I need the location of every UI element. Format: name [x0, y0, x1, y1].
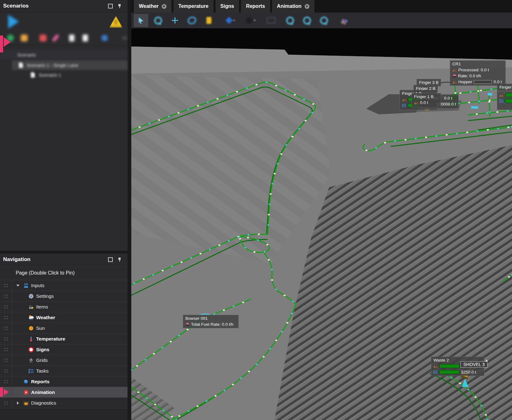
drag-dots-icon [4, 359, 8, 362]
crusher-title: CR1 [452, 61, 503, 67]
drag-dots-icon [4, 305, 8, 308]
zoom-in-icon[interactable] [283, 14, 297, 27]
finger-right-info [497, 91, 512, 110]
nav-item-tasks[interactable]: Tasks [0, 366, 128, 376]
navigation-panel-header: Navigation [0, 254, 128, 266]
drag-handle[interactable] [0, 323, 12, 333]
open-scenario-icon[interactable] [21, 35, 28, 41]
display-options-icon[interactable] [336, 14, 351, 27]
crusher-info-label: CR1 Processed: 0.0 t Rate: 0.0 t/h Hoppe… [450, 60, 506, 86]
warning-icon [109, 16, 123, 28]
pin-panel-button[interactable] [115, 256, 124, 263]
zoom-extents-icon[interactable] [317, 14, 331, 27]
gauge-icon [452, 74, 456, 78]
drag-handle[interactable] [0, 302, 12, 312]
finger1b-front-label: Finger 1 B 0.0 t [411, 93, 441, 107]
delete-scenario-icon[interactable] [40, 35, 46, 41]
drag-handle[interactable] [0, 334, 12, 344]
zoom-region-icon[interactable] [151, 14, 165, 27]
run-scenario-button[interactable] [8, 15, 19, 29]
finger-right-label: Finger [497, 84, 512, 91]
nav-item-temperature[interactable]: Temperature [0, 334, 128, 344]
nav-item-settings[interactable]: Settings [0, 291, 128, 302]
inputs-icon [23, 282, 29, 289]
drag-handle[interactable] [0, 376, 12, 387]
nav-page-row[interactable]: Page (Double Click to Pin) [0, 266, 128, 280]
nav-item-diagnostics[interactable]: Diagnostics [0, 398, 128, 408]
3d-viewport[interactable]: CR1 Processed: 0.0 t Rate: 0.0 t/h Hoppe… [131, 28, 512, 420]
fill-bar [505, 99, 512, 103]
pile-icon [499, 94, 504, 97]
drag-handle[interactable] [0, 355, 12, 365]
nav-item-sun[interactable]: Sun [0, 323, 128, 334]
selection-rect-icon[interactable] [264, 14, 278, 27]
pin-icon [117, 257, 122, 262]
tab-reports[interactable]: Reports [241, 0, 270, 13]
nav-item-items[interactable]: Items [0, 302, 128, 312]
drag-handle[interactable] [0, 280, 12, 291]
copy-scenario-icon[interactable] [69, 35, 74, 41]
drag-dots-icon [4, 337, 8, 341]
pin-panel-button[interactable] [115, 2, 124, 10]
maximize-panel-button[interactable] [106, 256, 115, 263]
pile-icon [452, 68, 457, 72]
tab-animation[interactable]: Animation [272, 0, 314, 13]
thermometer-icon [28, 336, 34, 342]
paste-scenario-icon[interactable] [83, 35, 88, 41]
orbit-tool-icon[interactable] [185, 14, 199, 27]
active-row-marker [0, 387, 12, 397]
nav-item-grids[interactable]: Grids [0, 355, 128, 366]
close-tab-icon[interactable] [305, 4, 309, 9]
tab-signs[interactable]: Signs [215, 0, 239, 13]
render-mode-icon[interactable] [244, 14, 258, 27]
scenario-file-icon [31, 72, 35, 78]
drag-handle[interactable] [0, 366, 12, 376]
animation-icon [23, 389, 29, 395]
scenario-item[interactable]: Scenario 1 [0, 70, 128, 80]
scenarios-panel-title: Scenarios [3, 3, 106, 9]
scenarios-panel-header: Scenarios [0, 0, 128, 12]
drag-handle[interactable] [0, 312, 12, 323]
navigation-panel: Navigation Page (Double Click to Pin) In… [0, 254, 128, 420]
isometric-view-icon[interactable] [224, 14, 238, 27]
drag-handle[interactable] [0, 344, 12, 355]
application-window: Scenarios Scenario [0, 0, 512, 420]
zoom-out-icon[interactable] [300, 14, 314, 27]
close-tab-icon[interactable] [162, 4, 166, 9]
rename-scenario-icon[interactable] [52, 34, 59, 42]
gear-icon [28, 293, 34, 299]
fill-bar [439, 370, 459, 374]
tab-bar: Weather Temperature Signs Reports Animat… [131, 0, 512, 13]
gauge-icon [185, 322, 189, 326]
sun-icon [28, 325, 34, 331]
scenario-item-selected[interactable]: Scenario 1 - Single Lane [12, 60, 128, 70]
scenario-label: Scenario 1 [39, 72, 61, 78]
maximize-icon [108, 257, 113, 262]
nav-item-inputs[interactable]: Inputs [0, 280, 128, 291]
drag-handle[interactable] [0, 398, 12, 408]
tab-temperature[interactable]: Temperature [173, 0, 214, 13]
drag-dots-icon [4, 401, 8, 405]
nav-item-reports[interactable]: Reports [0, 376, 128, 387]
expander-right-icon[interactable] [15, 401, 21, 405]
active-scenario-marker [0, 35, 12, 54]
tab-weather[interactable]: Weather [134, 0, 172, 13]
nav-item-weather[interactable]: Weather [0, 312, 128, 323]
drag-handle[interactable] [0, 291, 12, 301]
export-scenario-icon[interactable] [102, 35, 107, 41]
expander-down-icon[interactable] [15, 285, 21, 286]
pan-tool-icon[interactable] [168, 14, 182, 27]
viewport-toolbar [131, 13, 512, 28]
pin-icon [117, 4, 122, 8]
measure-tool-icon[interactable] [202, 14, 216, 27]
nav-item-signs[interactable]: Signs [0, 344, 128, 355]
maximize-icon [108, 4, 113, 8]
more-options-icon[interactable] [123, 36, 127, 40]
nav-item-animation[interactable]: Animation [0, 387, 128, 398]
drag-dots-icon [4, 316, 8, 319]
select-tool-icon[interactable] [134, 14, 148, 27]
selection-bar [0, 387, 3, 397]
drag-dots-icon [4, 380, 8, 383]
drag-dots-icon [4, 295, 8, 298]
maximize-panel-button[interactable] [106, 2, 115, 10]
